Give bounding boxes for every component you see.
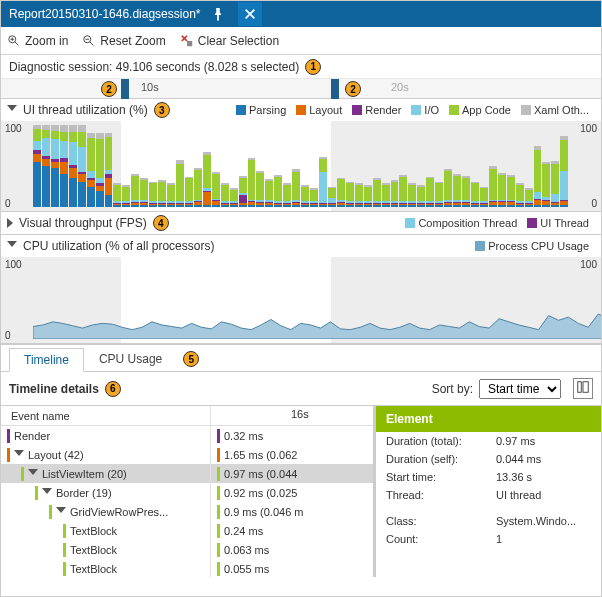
tree-row[interactable]: TextBlock [1,559,210,577]
row-color-tick [7,429,10,443]
clear-selection-button[interactable]: Clear Selection [180,34,279,48]
duration-bar [217,467,220,481]
tree-row[interactable]: Render [1,426,210,445]
ui-bar-seg [444,205,452,207]
ui-bar-seg [33,162,41,207]
ui-bar [391,180,399,207]
ui-bar-seg [391,205,399,207]
duration-row[interactable]: 0.24 ms [211,521,373,540]
ui-bar-seg [560,205,568,207]
session-info-row: Diagnostic session: 49.106 seconds (8.02… [1,55,601,79]
sort-by-select[interactable]: Start time [479,379,561,399]
ui-bar-seg [364,205,372,207]
ui-bar-seg [417,187,425,202]
ui-bar-seg [78,174,86,182]
zoom-in-button[interactable]: Zoom in [7,34,68,48]
ui-bar-seg [78,182,86,207]
selection-handle-right[interactable] [331,79,339,99]
tree-row[interactable]: TextBlock [1,521,210,540]
property-key: Thread: [386,489,496,501]
ui-bar-seg [113,205,121,207]
legend-item: Render [352,104,401,116]
duration-row[interactable]: 0.055 ms [211,559,373,577]
legend-label: UI Thread [540,217,589,229]
ui-bar-seg [471,205,479,207]
ui-bar-seg [453,176,461,201]
duration-text: 0.24 ms [224,525,263,537]
duration-bar [217,505,220,519]
ui-bar-seg [60,162,68,174]
ui-bar [239,176,247,207]
row-expander[interactable] [42,488,52,498]
time-ruler[interactable]: 2 10s 2 20s [1,79,601,99]
lane-cpu-chart[interactable]: 100 0 100 0 [1,257,601,343]
tab-cpu-usage[interactable]: CPU Usage [84,347,177,371]
ui-bar [69,125,77,207]
pin-icon[interactable] [206,2,230,26]
legend-label: Parsing [249,104,286,116]
ui-bar [122,185,130,207]
duration-row[interactable]: 0.063 ms [211,540,373,559]
tree-row[interactable]: GridViewRowPres... [1,502,210,521]
ui-bar-seg [346,205,354,207]
duration-row[interactable]: 1.65 ms (0.062 [211,445,373,464]
ui-bar-seg [96,191,104,207]
row-expander[interactable] [56,507,66,517]
event-name-header[interactable]: Event name [1,406,210,426]
ui-bar-seg [355,185,363,201]
tree-row[interactable]: TextBlock [1,540,210,559]
selection-handle-left[interactable] [121,79,129,99]
ui-bar [489,166,497,207]
ui-bar [194,168,202,207]
duration-row[interactable]: 0.9 ms (0.046 m [211,502,373,521]
duration-bar [217,543,220,557]
legend-item: Process CPU Usage [475,240,589,252]
legend-swatch [521,105,531,115]
ui-bar-seg [69,168,77,178]
configure-columns-icon[interactable] [573,378,593,399]
ui-bar [435,182,443,207]
duration-row[interactable]: 0.32 ms [211,426,373,445]
tree-row[interactable]: Layout (42) [1,445,210,464]
lane-cpu-expander[interactable] [7,241,17,251]
ui-bar-seg [158,182,166,202]
ui-bar-seg [399,205,407,207]
ui-bar-seg [42,138,50,156]
ui-bar-seg [33,141,41,149]
lane-ui-expander[interactable] [7,105,17,115]
callout-4: 4 [153,215,169,231]
reset-zoom-button[interactable]: Reset Zoom [82,34,165,48]
ui-bar-seg [113,185,121,201]
lane-ui-chart[interactable]: 100 0 100 0 [1,121,601,211]
ui-bar-seg [221,205,229,207]
lane-vt-expander[interactable] [7,218,13,228]
legend-label: Layout [309,104,342,116]
legend-swatch [411,105,421,115]
legend-swatch [296,105,306,115]
ui-bar-seg [256,205,264,207]
ui-bar-seg [292,205,300,207]
tree-row[interactable]: Border (19) [1,483,210,502]
duration-row[interactable]: 0.92 ms (0.025 [211,483,373,502]
ui-bar-seg [230,205,238,207]
detail-tabs: Timeline CPU Usage 5 [1,344,601,372]
duration-row[interactable]: 0.97 ms (0.044 [211,464,373,483]
tl-header-tick: 16s [291,408,309,420]
session-info-text: Diagnostic session: 49.106 seconds (8.02… [9,60,299,74]
tab-timeline[interactable]: Timeline [9,348,84,372]
ui-bar [96,133,104,207]
ui-bar-seg [534,205,542,207]
close-tab-button[interactable] [238,2,262,26]
ui-bar-seg [78,125,86,132]
row-expander[interactable] [28,469,38,479]
ui-bar-seg [498,205,506,207]
ui-bar [551,161,559,207]
row-expander[interactable] [14,450,24,460]
lane-vt-title: Visual throughput (FPS) [19,216,147,230]
properties-header: Element [376,406,601,432]
ui-bar [408,183,416,207]
clear-selection-icon [180,34,194,48]
timeline-details-bar: Timeline details 6 Sort by: Start time [1,372,601,405]
tree-row[interactable]: ListViewItem (20) [1,464,210,483]
ui-bar [248,158,256,207]
